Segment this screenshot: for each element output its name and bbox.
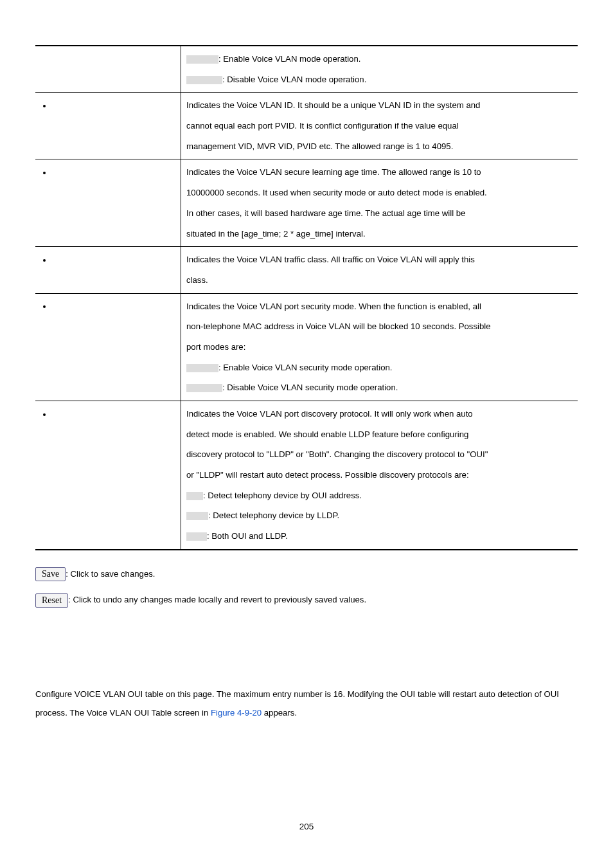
reset-button[interactable]: Reset bbox=[35, 593, 68, 608]
table-line: : Both OUI and LLDP. bbox=[186, 526, 573, 547]
table-line: Indicates the Voice VLAN port discovery … bbox=[186, 404, 573, 424]
line-text: Indicates the Voice VLAN traffic class. … bbox=[186, 255, 475, 264]
line-text: port modes are: bbox=[186, 342, 245, 352]
table-line: In other cases, it will based hardware a… bbox=[186, 203, 573, 224]
bullet-icon bbox=[43, 305, 46, 308]
table-line: situated in the [age_time; 2 * age_time]… bbox=[186, 224, 573, 244]
table-line: : Detect telephony device by LLDP. bbox=[186, 505, 573, 526]
table-right-cell: Indicates the Voice VLAN port discovery … bbox=[181, 401, 578, 550]
option-label-placeholder bbox=[186, 492, 203, 500]
bullet-icon bbox=[43, 105, 46, 107]
save-button[interactable]: Save bbox=[35, 567, 66, 581]
table-line: 10000000 seconds. It used when security … bbox=[186, 183, 573, 203]
para-pre: Configure VOICE VLAN OUI table on this p… bbox=[35, 689, 559, 718]
table-right-cell: Indicates the Voice VLAN traffic class. … bbox=[181, 247, 578, 293]
line-text: : Enable Voice VLAN mode operation. bbox=[218, 54, 360, 64]
table-left-cell bbox=[35, 93, 181, 159]
line-text: : Disable Voice VLAN security mode opera… bbox=[222, 383, 398, 392]
table-left-cell bbox=[35, 401, 181, 550]
table-right-cell: Indicates the Voice VLAN port security m… bbox=[181, 293, 578, 401]
option-label-placeholder bbox=[186, 384, 222, 392]
table-right-cell: Indicates the Voice VLAN ID. It should b… bbox=[181, 93, 578, 159]
table-left-cell bbox=[35, 247, 181, 293]
description-paragraph: Configure VOICE VLAN OUI table on this p… bbox=[35, 685, 578, 722]
bullet-icon bbox=[43, 259, 46, 262]
table-right-cell: Indicates the Voice VLAN secure learning… bbox=[181, 159, 578, 247]
option-label-placeholder bbox=[186, 55, 218, 64]
line-text: Indicates the Voice VLAN port discovery … bbox=[186, 409, 473, 419]
table-line: Indicates the Voice VLAN ID. It should b… bbox=[186, 95, 573, 116]
line-text: : Detect telephony device by OUI address… bbox=[203, 491, 362, 500]
para-post: appears. bbox=[262, 708, 297, 718]
line-text: Indicates the Voice VLAN port security m… bbox=[186, 302, 481, 311]
config-table: : Enable Voice VLAN mode operation.: Dis… bbox=[35, 45, 578, 550]
line-text: In other cases, it will based hardware a… bbox=[186, 208, 465, 218]
table-line: Indicates the Voice VLAN secure learning… bbox=[186, 162, 573, 183]
line-text: situated in the [age_time; 2 * age_time]… bbox=[186, 229, 366, 239]
table-line: management VID, MVR VID, PVID etc. The a… bbox=[186, 136, 573, 157]
option-label-placeholder bbox=[186, 532, 207, 541]
table-line: detect mode is enabled. We should enable… bbox=[186, 424, 573, 445]
table-left-cell bbox=[35, 46, 181, 93]
line-text: : Disable Voice VLAN mode operation. bbox=[222, 75, 366, 84]
line-text: : Detect telephony device by LLDP. bbox=[208, 511, 339, 520]
table-line: Indicates the Voice VLAN traffic class. … bbox=[186, 249, 573, 270]
save-button-line: Save: Click to save changes. bbox=[35, 567, 578, 582]
line-text: discovery protocol to "LLDP" or "Both". … bbox=[186, 449, 488, 459]
table-line: or "LLDP" will restart auto detect proce… bbox=[186, 465, 573, 485]
figure-ref: Figure 4-9-20 bbox=[211, 708, 262, 718]
line-text: detect mode is enabled. We should enable… bbox=[186, 429, 468, 439]
table-line: port modes are: bbox=[186, 337, 573, 357]
line-text: Indicates the Voice VLAN secure learning… bbox=[186, 167, 481, 177]
bullet-icon bbox=[43, 413, 46, 416]
page-number: 205 bbox=[35, 818, 578, 835]
table-line: class. bbox=[186, 270, 573, 291]
line-text: 10000000 seconds. It used when security … bbox=[186, 188, 487, 197]
line-text: class. bbox=[186, 275, 208, 285]
line-text: : Enable Voice VLAN security mode operat… bbox=[218, 363, 393, 372]
line-text: : Both OUI and LLDP. bbox=[207, 531, 288, 541]
table-line: non-telephone MAC address in Voice VLAN … bbox=[186, 316, 573, 337]
table-line: : Disable Voice VLAN security mode opera… bbox=[186, 377, 573, 398]
table-line: : Detect telephony device by OUI address… bbox=[186, 485, 573, 506]
table-line: cannot equal each port PVID. It is confl… bbox=[186, 116, 573, 136]
line-text: or "LLDP" will restart auto detect proce… bbox=[186, 470, 469, 480]
option-label-placeholder bbox=[186, 364, 218, 372]
table-left-cell bbox=[35, 159, 181, 247]
table-line: : Disable Voice VLAN mode operation. bbox=[186, 69, 573, 90]
reset-button-line: Reset: Click to undo any changes made lo… bbox=[35, 593, 578, 608]
bullet-icon bbox=[43, 172, 46, 174]
table-line: : Enable Voice VLAN mode operation. bbox=[186, 49, 573, 69]
option-label-placeholder bbox=[186, 76, 222, 84]
table-left-cell bbox=[35, 293, 181, 401]
line-text: Indicates the Voice VLAN ID. It should b… bbox=[186, 100, 480, 110]
reset-desc: : Click to undo any changes made locally… bbox=[68, 595, 366, 604]
option-label-placeholder bbox=[186, 512, 208, 520]
line-text: non-telephone MAC address in Voice VLAN … bbox=[186, 321, 491, 331]
save-desc: : Click to save changes. bbox=[66, 569, 155, 579]
table-line: Indicates the Voice VLAN port security m… bbox=[186, 296, 573, 317]
table-line: : Enable Voice VLAN security mode operat… bbox=[186, 357, 573, 378]
line-text: cannot equal each port PVID. It is confl… bbox=[186, 121, 459, 131]
line-text: management VID, MVR VID, PVID etc. The a… bbox=[186, 141, 453, 151]
table-line: discovery protocol to "LLDP" or "Both". … bbox=[186, 444, 573, 465]
table-right-cell: : Enable Voice VLAN mode operation.: Dis… bbox=[181, 46, 578, 93]
